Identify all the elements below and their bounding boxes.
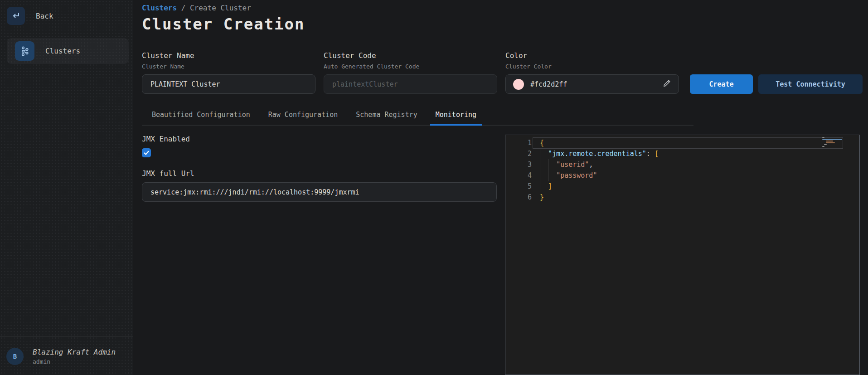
jmx-enabled-label: JMX Enabled [142,135,497,143]
breadcrumb: Clusters / Create Cluster [142,3,863,12]
sidebar: Back Clusters B Blazing Kraft Admin admi… [0,0,133,375]
user-name: Blazing Kraft Admin [33,348,116,356]
checkmark-icon [143,150,150,156]
user-profile[interactable]: B Blazing Kraft Admin admin [0,336,133,375]
monitoring-panel: JMX Enabled JMX full Url 1 { 2 "jmx.remo… [142,135,863,375]
cluster-code-sublabel: Auto Generated Cluster Code [324,63,497,70]
jmx-full-url-label: JMX full Url [142,169,497,178]
cluster-name-sublabel: Cluster Name [142,63,315,70]
cluster-name-label: Cluster Name [142,51,315,60]
tab-beautified-configuration[interactable]: Beautified Configuration [146,107,256,126]
test-connectivity-button[interactable]: Test Connectivity [758,74,863,94]
cluster-code-input [324,74,497,94]
cluster-code-label: Cluster Code [324,51,497,60]
editor-line: 6 } [505,192,859,203]
breadcrumb-separator: / [177,4,190,12]
cluster-code-field: Cluster Code Auto Generated Cluster Code [324,51,497,94]
editor-line: 2 "jmx.remote.credentials": [ [505,148,859,159]
line-number: 2 [505,148,532,159]
line-number: 4 [505,170,532,181]
editor-line: 5 ] [505,181,859,192]
back-arrow-icon [7,7,25,25]
cluster-form-row: Cluster Name Cluster Name Cluster Code A… [142,51,863,94]
breadcrumb-clusters-link[interactable]: Clusters [142,4,177,12]
user-meta: Blazing Kraft Admin admin [33,348,116,375]
cluster-name-input[interactable] [142,74,315,94]
cluster-color-field: Color Cluster Color #fcd2d2ff [505,51,679,94]
jmx-full-url-input[interactable] [142,182,497,202]
avatar: B [6,348,24,365]
back-label: Back [36,12,53,20]
configuration-tabs: Beautified Configuration Raw Configurati… [142,107,693,126]
sidebar-spacer [0,64,133,336]
create-button[interactable]: Create [690,74,753,94]
editor-line: 3 "userid", [505,159,859,170]
monitoring-code-editor[interactable]: 1 { 2 "jmx.remote.credentials": [ 3 "use… [505,135,860,375]
indent-guide [540,148,540,192]
editor-scrollbar-divider [851,135,851,375]
main-content: Clusters / Create Cluster Cluster Creati… [133,0,868,375]
line-number: 6 [505,192,532,203]
color-label: Color [505,51,679,60]
editor-line: 4 "password" [505,170,859,181]
breadcrumb-current: Create Cluster [190,4,251,12]
tab-monitoring[interactable]: Monitoring [430,107,482,126]
color-value: #fcd2d2ff [530,80,662,88]
cluster-icon [15,41,34,61]
line-number: 5 [505,181,532,192]
tab-raw-configuration[interactable]: Raw Configuration [263,107,344,126]
jmx-settings-column: JMX Enabled JMX full Url [142,135,497,375]
indent-guide [548,159,548,181]
back-button[interactable]: Back [0,0,133,32]
sidebar-item-clusters[interactable]: Clusters [7,38,129,64]
jmx-enabled-checkbox[interactable] [142,148,151,157]
page-title: Cluster Creation [142,15,863,33]
cluster-name-field: Cluster Name Cluster Name [142,51,315,94]
line-number: 1 [505,137,532,148]
sidebar-divider [0,32,133,32]
sidebar-item-label: Clusters [45,47,80,55]
editor-minimap[interactable] [822,137,848,148]
color-sublabel: Cluster Color [505,63,679,70]
tab-schema-registry[interactable]: Schema Registry [350,107,422,126]
user-role: admin [33,358,116,365]
line-number: 3 [505,159,532,170]
edit-color-icon[interactable] [662,79,671,90]
editor-lines: 1 { 2 "jmx.remote.credentials": [ 3 "use… [505,135,859,203]
editor-line: 1 { [505,137,859,148]
color-swatch [513,79,524,90]
color-picker-input[interactable]: #fcd2d2ff [505,74,679,94]
